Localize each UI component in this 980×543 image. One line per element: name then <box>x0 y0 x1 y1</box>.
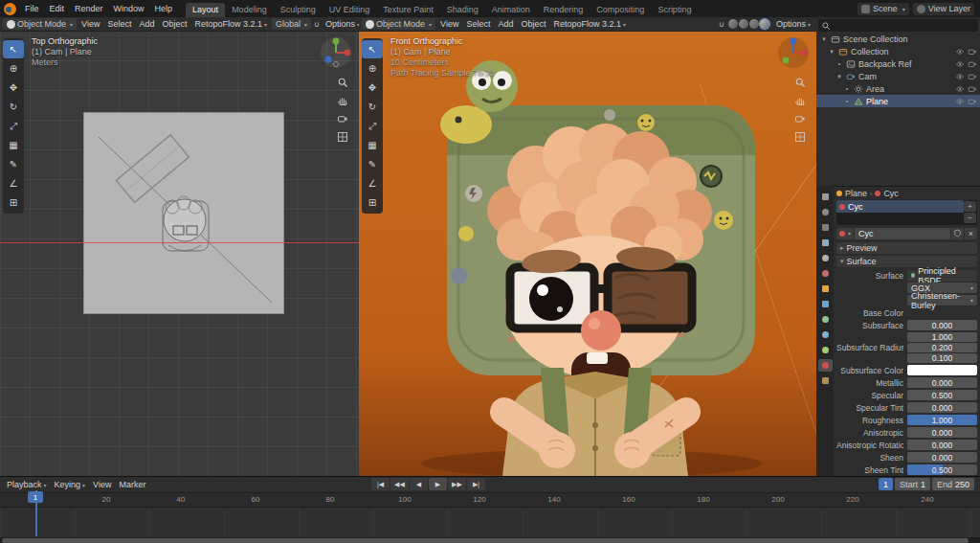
vector-x-field[interactable]: 1.000 <box>907 332 977 342</box>
render-visibility-toggle[interactable] <box>968 59 977 69</box>
play-reverse-button[interactable]: ◀ <box>410 478 428 490</box>
hide-eye-toggle[interactable] <box>955 47 965 57</box>
menu-file[interactable]: File <box>20 0 44 17</box>
view-menu[interactable]: View <box>78 19 102 29</box>
tab-output[interactable] <box>818 221 833 234</box>
render-visibility-toggle[interactable] <box>968 97 977 106</box>
timeline-scrollbar[interactable] <box>0 537 980 543</box>
tab-tool[interactable] <box>818 191 833 203</box>
render-visibility-toggle[interactable] <box>968 72 977 81</box>
outliner-row-backpack-ref[interactable]: • Backpack Ref <box>816 57 980 70</box>
hide-eye-toggle[interactable] <box>955 97 965 106</box>
select-menu[interactable]: Select <box>463 19 493 29</box>
viewport-rendered[interactable]: Object Mode View Select Add Object Retop… <box>359 17 817 476</box>
add-cube-tool[interactable]: ⊞ <box>3 193 24 212</box>
object-menu[interactable]: Object <box>159 19 189 29</box>
number-field[interactable]: 0.000 <box>907 427 977 438</box>
navigation-gizmo[interactable] <box>777 36 810 71</box>
select-menu[interactable]: Select <box>104 19 134 29</box>
tab-scene[interactable] <box>818 252 833 264</box>
outliner-row-plane[interactable]: • Plane <box>816 95 980 107</box>
scrollbar-thumb[interactable] <box>2 538 969 543</box>
rotate-tool[interactable]: ↻ <box>3 98 24 116</box>
camera-view-icon[interactable] <box>794 113 806 124</box>
subsurface-method-dropdown[interactable]: Christensen-Burley <box>907 295 977 305</box>
cursor-tool[interactable]: ⊕ <box>3 59 24 78</box>
add-slot-button[interactable]: + <box>964 201 976 212</box>
vector-y-field[interactable]: 0.200 <box>907 343 977 352</box>
shading-material-icon[interactable] <box>749 19 759 29</box>
disclosure-icon[interactable]: ▾ <box>835 73 843 80</box>
tab-shading[interactable]: Shading <box>440 3 485 17</box>
move-tool[interactable]: ✥ <box>362 79 383 97</box>
orientation-selector[interactable]: Global <box>272 18 311 30</box>
remove-slot-button[interactable]: − <box>964 213 976 223</box>
viewport-top-ortho[interactable]: Object Mode View Select Add Object Retop… <box>0 17 360 476</box>
snap-magnet-icon[interactable]: ∪ <box>719 20 724 29</box>
shading-solid-icon[interactable] <box>739 19 748 29</box>
hide-eye-toggle[interactable] <box>955 72 965 81</box>
slider-field[interactable]: 0.500 <box>907 464 977 475</box>
annotate-tool[interactable]: ✎ <box>3 155 24 173</box>
keying-menu[interactable]: Keying <box>52 480 89 489</box>
outliner-row-collection[interactable]: ▾ Collection <box>816 45 980 57</box>
tab-texture[interactable] <box>818 374 833 387</box>
tab-sculpting[interactable]: Sculpting <box>274 3 323 17</box>
annotate-tool[interactable]: ✎ <box>362 155 383 173</box>
ortho-grid-icon[interactable] <box>794 131 806 143</box>
tab-particles[interactable] <box>818 313 833 326</box>
menu-help[interactable]: Help <box>150 0 178 17</box>
jump-to-end-button[interactable]: ▶| <box>467 478 485 490</box>
menu-window[interactable]: Window <box>109 0 149 17</box>
number-field[interactable]: 0.000 <box>907 440 977 450</box>
select-box-tool[interactable]: ↖ <box>362 40 383 58</box>
tab-texture-paint[interactable]: Texture Paint <box>376 3 440 17</box>
next-keyframe-button[interactable]: ▶▶ <box>448 478 466 490</box>
timeline-track[interactable] <box>0 508 980 538</box>
mode-selector-center[interactable]: Object Mode <box>362 18 435 30</box>
number-field[interactable]: 0.000 <box>907 402 977 413</box>
zoom-icon[interactable] <box>337 77 348 88</box>
vector-z-field[interactable]: 0.100 <box>907 353 977 363</box>
tab-view-layer[interactable] <box>818 237 833 249</box>
surface-shader-field[interactable]: Principled BSDF <box>907 270 977 282</box>
current-frame-field[interactable]: 1 <box>879 478 893 490</box>
disclosure-icon[interactable]: • <box>843 98 851 104</box>
outliner-row-cam[interactable]: ▾ Cam <box>816 70 980 82</box>
snap-magnet-icon[interactable]: ∪ <box>314 20 320 29</box>
options-menu[interactable]: Options <box>773 19 813 29</box>
number-field[interactable]: 0.000 <box>907 320 977 330</box>
add-menu[interactable]: Add <box>495 19 516 29</box>
camera-view-icon[interactable] <box>337 113 348 124</box>
number-field[interactable]: 0.500 <box>907 390 977 400</box>
number-field[interactable]: 0.000 <box>907 452 977 463</box>
preview-section-header[interactable]: ▸ Preview <box>836 242 977 254</box>
start-frame-field[interactable]: Start 1 <box>895 478 930 490</box>
retopoflow-menu[interactable]: RetopoFlow 3.2.1 <box>550 19 629 29</box>
prev-keyframe-button[interactable]: ◀◀ <box>390 478 409 490</box>
tab-rendering[interactable]: Rendering <box>537 3 590 17</box>
tab-animation[interactable]: Animation <box>485 3 537 17</box>
tab-compositing[interactable]: Compositing <box>590 3 651 17</box>
transform-tool[interactable]: ▦ <box>3 136 24 154</box>
view-menu[interactable]: View <box>90 480 114 489</box>
tab-modeling[interactable]: Modeling <box>225 3 274 17</box>
rotate-tool[interactable]: ↻ <box>362 98 383 116</box>
render-visibility-toggle[interactable] <box>968 84 977 94</box>
hide-eye-toggle[interactable] <box>955 84 965 94</box>
number-field[interactable]: 0.000 <box>907 377 977 388</box>
tab-material[interactable] <box>818 359 833 372</box>
pan-hand-icon[interactable] <box>337 95 348 106</box>
disclosure-icon[interactable]: • <box>835 60 843 67</box>
breadcrumb-material[interactable]: Cyc <box>883 189 899 198</box>
tab-world[interactable] <box>818 267 833 280</box>
view-menu[interactable]: View <box>437 19 461 29</box>
play-button[interactable]: ▶ <box>429 478 447 490</box>
disclosure-icon[interactable]: • <box>843 85 851 92</box>
outliner-row-area[interactable]: • Area <box>816 82 980 95</box>
marker-menu[interactable]: Marker <box>116 480 148 489</box>
ortho-grid-icon[interactable] <box>337 131 348 143</box>
tab-object[interactable] <box>818 283 833 295</box>
blender-logo-icon[interactable] <box>4 3 16 15</box>
view-layer-selector[interactable]: View Layer <box>913 3 974 15</box>
